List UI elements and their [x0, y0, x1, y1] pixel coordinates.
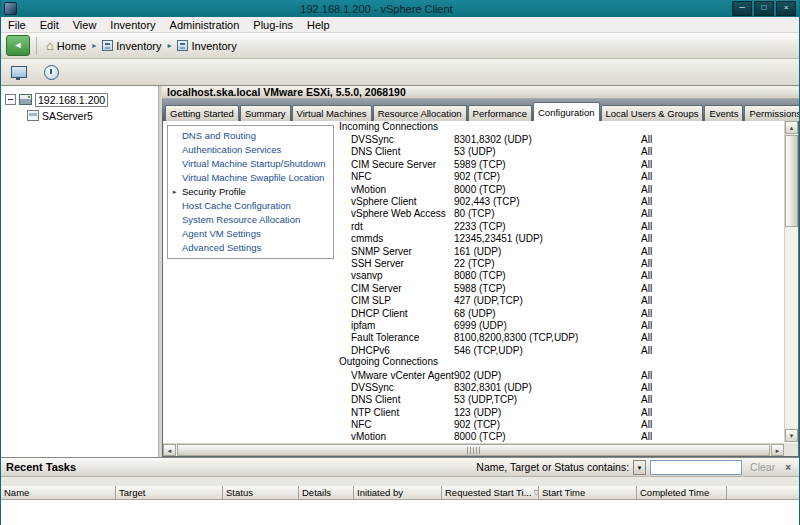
scroll-down-icon[interactable]: ▼	[785, 429, 798, 442]
tab[interactable]: Performance	[468, 105, 532, 121]
allowed-ips: All	[641, 196, 782, 207]
back-button[interactable]: ◄	[6, 35, 30, 56]
scroll-up-icon[interactable]: ▲	[785, 121, 798, 134]
service-name: vMotion	[339, 184, 454, 195]
task-column-header[interactable]: Completed Time	[637, 486, 727, 499]
column-label: Initiated by	[357, 487, 403, 498]
firewall-rule-row[interactable]: SSH Server 22 (TCP) All	[339, 257, 782, 269]
tree-node-vm[interactable]: SAServer5	[27, 108, 158, 123]
firewall-rule-row[interactable]: NTP Client 123 (UDP) All	[339, 406, 782, 418]
tab[interactable]: Summary	[240, 105, 291, 121]
tab[interactable]: Local Users & Groups	[601, 105, 704, 121]
breadcrumb-home[interactable]: ⌂ Home	[43, 38, 89, 53]
menu-item[interactable]: Plug-ins	[246, 18, 300, 32]
software-menu-item[interactable]: ▸Agent VM Settings	[168, 227, 333, 241]
allowed-ips: All	[641, 419, 782, 430]
software-menu-item[interactable]: ▸Security Profile	[168, 185, 333, 199]
allowed-ips: All	[641, 320, 782, 331]
firewall-rule-row[interactable]: DVSSync 8301,8302 (UDP) All	[339, 133, 782, 145]
menu-item[interactable]: File	[1, 18, 33, 32]
firewall-rule-row[interactable]: NFC 902 (TCP) All	[339, 171, 782, 183]
toolbar-action-button-1[interactable]	[7, 61, 31, 83]
software-menu-item[interactable]: ▸Authentication Services	[168, 143, 333, 157]
software-menu-item[interactable]: ▸System Resource Allocation	[168, 213, 333, 227]
firewall-rule-row[interactable]: vsanvp 8080 (TCP) All	[339, 270, 782, 282]
menu-item[interactable]: View	[66, 18, 104, 32]
software-menu-item[interactable]: ▸DNS and Routing	[168, 129, 333, 143]
tab[interactable]: Permissions	[744, 105, 799, 121]
firewall-rule-row[interactable]: vSphere Web Access 80 (TCP) All	[339, 208, 782, 220]
service-ports: 427 (UDP,TCP)	[454, 295, 641, 306]
close-panel-icon[interactable]: ×	[785, 462, 791, 473]
tab[interactable]: Virtual Machines	[292, 105, 372, 121]
firewall-rule-row[interactable]: ipfam 6999 (UDP) All	[339, 319, 782, 331]
vertical-scrollbar[interactable]: ▲ ▼	[784, 121, 798, 442]
firewall-rule-row[interactable]: vMotion 8000 (TCP) All	[339, 431, 782, 443]
firewall-rule-row[interactable]: vSphere Client 902,443 (TCP) All	[339, 195, 782, 207]
task-column-header[interactable]: Requested Start Ti...▽	[442, 486, 539, 499]
allowed-ips: All	[641, 233, 782, 244]
task-column-header[interactable]: Name	[1, 486, 116, 499]
minimize-button[interactable]: ─	[732, 1, 752, 16]
software-menu-item[interactable]: ▸Advanced Settings	[168, 241, 333, 255]
menu-item[interactable]: Edit	[33, 18, 66, 32]
firewall-rule-row[interactable]: cmmds 12345,23451 (UDP) All	[339, 233, 782, 245]
recent-tasks-panel: Recent Tasks Name, Target or Status cont…	[1, 457, 799, 525]
service-name: CIM Secure Server	[339, 159, 454, 170]
horizontal-scrollbar[interactable]: ◄ ►	[163, 443, 784, 456]
close-button[interactable]: ×	[776, 1, 796, 16]
firewall-rule-row[interactable]: DHCPv6 546 (TCP,UDP) All	[339, 344, 782, 356]
service-ports: 12345,23451 (UDP)	[454, 233, 641, 244]
maximize-button[interactable]: □	[754, 1, 774, 16]
firewall-rule-row[interactable]: DNS Client 53 (UDP,TCP) All	[339, 394, 782, 406]
task-column-header[interactable]: Initiated by	[354, 486, 442, 499]
service-ports: 161 (UDP)	[454, 246, 641, 257]
software-menu-item[interactable]: ▸Virtual Machine Swapfile Location	[168, 171, 333, 185]
firewall-rule-row[interactable]: NFC 902 (TCP) All	[339, 418, 782, 430]
task-column-header[interactable]: Start Time	[539, 486, 637, 499]
task-column-header[interactable]: Target	[116, 486, 223, 499]
inventory-label: Inventory	[116, 40, 161, 52]
firewall-rule-row[interactable]: Fault Tolerance 8100,8200,8300 (TCP,UDP)…	[339, 332, 782, 344]
tab[interactable]: Resource Allocation	[373, 105, 467, 121]
firewall-rule-row[interactable]: CIM SLP 427 (UDP,TCP) All	[339, 294, 782, 306]
scroll-left-icon[interactable]: ◄	[163, 444, 176, 456]
tree-node-host[interactable]: 192.168.1.200	[1, 92, 158, 107]
scroll-right-icon[interactable]: ►	[771, 444, 784, 456]
firewall-rule-row[interactable]: rdt 2233 (TCP) All	[339, 220, 782, 232]
breadcrumb-inventory-2[interactable]: Inventory	[174, 39, 239, 53]
firewall-rule-row[interactable]: DHCP Client 68 (UDP) All	[339, 307, 782, 319]
collapse-toggle-icon[interactable]	[5, 94, 16, 105]
software-menu-item[interactable]: ▸Host Cache Configuration	[168, 199, 333, 213]
host-title-bar: localhost.ska.local VMware ESXi, 5.5.0, …	[162, 86, 799, 99]
task-column-header[interactable]: Details	[299, 486, 354, 499]
menu-item[interactable]: Inventory	[103, 18, 162, 32]
allowed-ips: All	[641, 221, 782, 232]
tab[interactable]: Events	[704, 105, 743, 121]
menu-item[interactable]: Administration	[163, 18, 247, 32]
filter-input[interactable]	[650, 460, 742, 475]
service-ports: 6999 (UDP)	[454, 320, 641, 331]
firewall-rule-row[interactable]: CIM Server 5988 (TCP) All	[339, 282, 782, 294]
menu-item[interactable]: Help	[300, 18, 337, 32]
firewall-rule-row[interactable]: vMotion 8000 (TCP) All	[339, 183, 782, 195]
allowed-ips: All	[641, 159, 782, 170]
software-menu-item[interactable]: ▸Virtual Machine Startup/Shutdown	[168, 157, 333, 171]
vertical-scrollbar-thumb[interactable]	[785, 135, 798, 227]
firewall-rule-row[interactable]: VMware vCenter Agent 902 (UDP) All	[339, 369, 782, 381]
firewall-rule-row[interactable]: CIM Secure Server 5989 (TCP) All	[339, 158, 782, 170]
tab[interactable]: Configuration	[533, 102, 600, 121]
firewall-rule-row[interactable]: DNS Client 53 (UDP) All	[339, 146, 782, 158]
service-ports: 902 (TCP)	[454, 171, 641, 182]
tab[interactable]: Getting Started	[165, 105, 239, 121]
toolbar-action-button-2[interactable]	[39, 61, 63, 83]
clear-button[interactable]: Clear	[750, 461, 775, 473]
firewall-rule-row[interactable]: SNMP Server 161 (UDP) All	[339, 245, 782, 257]
task-column-header[interactable]: Status	[223, 486, 299, 499]
action-toolbar	[1, 59, 799, 86]
service-ports: 8302,8301 (UDP)	[454, 382, 641, 393]
breadcrumb-inventory-1[interactable]: Inventory	[99, 39, 164, 53]
firewall-rule-row[interactable]: DVSSync 8302,8301 (UDP) All	[339, 381, 782, 393]
horizontal-scrollbar-thumb[interactable]	[177, 444, 770, 456]
filter-dropdown-button[interactable]: ▾	[633, 460, 646, 475]
